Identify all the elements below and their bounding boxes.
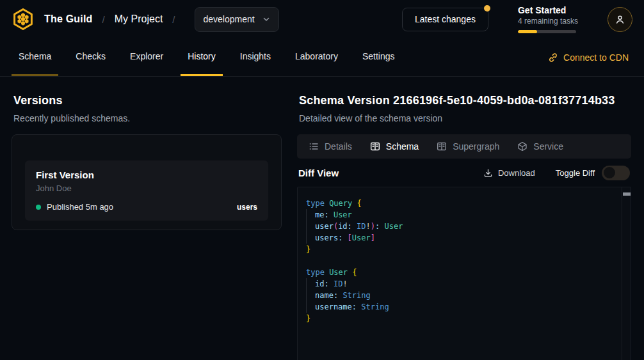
main-content: Versions Recently published schemas. Fir… (0, 77, 644, 360)
schema-version-tab-strip: DetailsSchemaSupergraphService (297, 134, 631, 159)
schema-code-content: type Query {me: Useruser(id: ID!): Useru… (306, 198, 618, 324)
get-started-widget[interactable]: Get Started 4 remaining tasks (518, 5, 578, 33)
diff-view-actions: Download Toggle Diff (483, 166, 630, 180)
app-root: The Guild / My Project / development Lat… (0, 0, 644, 360)
primary-nav: SchemaChecksExplorerHistoryInsightsLabor… (0, 38, 644, 77)
code-line: user(id: ID!): User (306, 221, 618, 232)
version-status: Published 5m ago (47, 202, 113, 212)
nav-tab-explorer[interactable]: Explorer (123, 38, 170, 76)
schema-version-title: Schema Version 2166196f-5e10-4059-bd0a-0… (297, 94, 631, 107)
get-started-subtitle: 4 remaining tasks (518, 17, 578, 26)
get-started-title: Get Started (518, 5, 578, 15)
connect-to-cdn-label: Connect to CDN (563, 52, 629, 63)
detail-tab-schema[interactable]: Schema (361, 134, 428, 159)
code-line: id: ID! (306, 278, 618, 290)
version-author: John Doe (36, 184, 257, 193)
toggle-knob (604, 167, 615, 178)
nav-tab-laboratory[interactable]: Laboratory (288, 38, 345, 76)
schema-version-panel: Schema Version 2166196f-5e10-4059-bd0a-0… (293, 77, 644, 360)
top-header: The Guild / My Project / development Lat… (0, 0, 644, 38)
chevron-down-icon (262, 15, 270, 23)
versions-title: Versions (12, 94, 282, 107)
toggle-diff-label: Toggle Diff (556, 168, 595, 178)
download-button[interactable]: Download (483, 168, 535, 178)
columns-icon (437, 141, 447, 152)
breadcrumb-separator: / (172, 14, 175, 25)
nav-tab-label: Insights (240, 51, 271, 61)
nav-tab-history[interactable]: History (181, 38, 223, 76)
detail-tab-supergraph[interactable]: Supergraph (428, 134, 508, 159)
nav-tab-label: Schema (19, 51, 51, 61)
nav-tab-checks[interactable]: Checks (68, 38, 113, 76)
version-list-item[interactable]: First Version John Doe Published 5m ago … (25, 160, 268, 221)
code-line: me: User (306, 209, 618, 221)
toggle-diff-group: Toggle Diff (556, 166, 630, 180)
download-icon (483, 168, 493, 178)
code-line: type User { (306, 267, 618, 278)
toggle-diff-switch[interactable] (602, 166, 630, 180)
latest-changes-label: Latest changes (415, 14, 476, 24)
code-line: name: String (306, 290, 618, 301)
nav-tab-list: SchemaChecksExplorerHistoryInsightsLabor… (12, 38, 412, 76)
person-icon (615, 14, 625, 25)
nav-tab-schema[interactable]: Schema (12, 38, 58, 76)
versions-panel: Versions Recently published schemas. Fir… (0, 77, 293, 360)
link-icon (548, 52, 558, 63)
editor-scrollbar (622, 187, 631, 360)
editor-scrollbar-thumb[interactable] (623, 192, 631, 196)
version-name: First Version (36, 169, 257, 180)
nav-tab-label: Explorer (130, 51, 163, 61)
detail-tab-label: Details (325, 141, 352, 152)
get-started-progress (518, 30, 576, 33)
versions-list-card: First Version John Doe Published 5m ago … (12, 134, 282, 230)
notification-dot (484, 5, 490, 12)
detail-tab-service[interactable]: Service (508, 134, 572, 159)
header-actions: Latest changes Get Started 4 remaining t… (402, 5, 632, 33)
environment-select[interactable]: development (195, 7, 279, 32)
detail-tab-label: Supergraph (453, 141, 499, 152)
schema-version-subtitle: Detailed view of the schema version (297, 113, 631, 123)
diff-view-title: Diff View (298, 168, 339, 178)
code-line: } (306, 244, 618, 255)
nav-tab-settings[interactable]: Settings (355, 38, 402, 76)
detail-tab-details[interactable]: Details (300, 134, 361, 159)
list-icon (309, 141, 319, 152)
hive-logo-icon[interactable] (10, 6, 36, 32)
version-service-badge: users (237, 203, 257, 212)
version-meta-row: Published 5m ago users (36, 202, 257, 212)
nav-tab-label: Laboratory (295, 51, 338, 61)
diff-view-toolbar: Diff View Download Toggle Diff (297, 159, 631, 187)
nav-tab-insights[interactable]: Insights (233, 38, 278, 76)
code-line (306, 255, 618, 267)
detail-tab-label: Service (533, 141, 563, 152)
breadcrumb-project[interactable]: My Project (115, 13, 163, 25)
nav-tab-label: History (188, 51, 216, 61)
connect-to-cdn-button[interactable]: Connect to CDN (548, 38, 629, 76)
published-status-dot (36, 205, 41, 210)
user-avatar[interactable] (608, 7, 632, 32)
versions-subtitle: Recently published schemas. (12, 113, 282, 123)
environment-select-value: development (204, 14, 255, 24)
nav-tab-label: Checks (76, 51, 106, 61)
columns-icon (370, 141, 380, 152)
breadcrumb-org[interactable]: The Guild (44, 13, 93, 25)
code-line: users: [User] (306, 232, 618, 244)
code-line: username: String (306, 301, 618, 313)
get-started-progress-fill (518, 30, 537, 33)
schema-code-editor[interactable]: type Query {me: Useruser(id: ID!): Useru… (297, 187, 631, 360)
latest-changes-button[interactable]: Latest changes (402, 8, 488, 31)
download-label: Download (498, 168, 535, 178)
cube-icon (517, 141, 527, 152)
nav-tab-label: Settings (362, 51, 395, 61)
breadcrumb-separator: / (102, 14, 105, 25)
detail-tab-label: Schema (386, 141, 419, 152)
code-line: } (306, 313, 618, 324)
code-line: type Query { (306, 198, 618, 209)
